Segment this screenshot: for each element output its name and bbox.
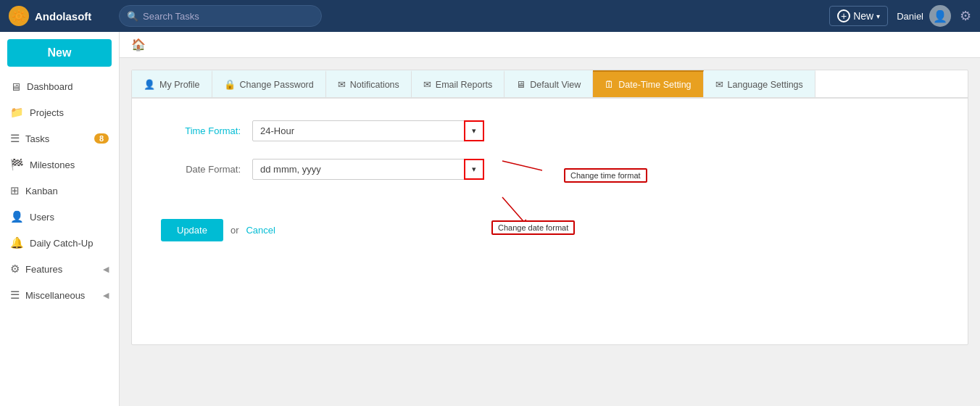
sidebar: New 🖥 Dashboard 📁 Projects ☰ Tasks 8 🏁 M… [0, 32, 120, 406]
sidebar-item-tasks[interactable]: ☰ Tasks 8 [0, 125, 119, 152]
form-section: Time Format: 24-Hour ▾ Date Format: dd m… [132, 99, 968, 270]
notif-tab-icon: ✉ [338, 79, 346, 90]
tabs-row: 👤 My Profile 🔒 Change Password ✉ Notific… [132, 70, 968, 99]
breadcrumb: 🏠 [120, 32, 980, 58]
sidebar-label: Kanban [25, 186, 58, 196]
chevron-icon: ◀ [103, 291, 109, 300]
bell-icon: 🔔 [10, 236, 24, 249]
view-tab-icon: 🖥 [516, 79, 526, 90]
search-icon: 🔍 [127, 11, 138, 22]
plus-circle-icon: + [837, 9, 850, 22]
password-tab-icon: 🔒 [224, 79, 236, 90]
sidebar-label: Dashboard [27, 81, 73, 92]
time-format-row: Time Format: 24-Hour ▾ [161, 120, 939, 141]
date-format-label: Date Format: [161, 164, 241, 175]
tab-label: Email Reports [436, 80, 493, 90]
sidebar-item-users[interactable]: 👤 Users [0, 204, 119, 230]
sidebar-label: Milestones [30, 160, 75, 170]
content-area: 🏠 👤 My Profile 🔒 Change Password ✉ [120, 32, 980, 406]
sidebar-item-miscellaneous[interactable]: ☰ Miscellaneous ◀ [0, 282, 119, 308]
tab-label: Change Password [240, 80, 314, 90]
topnav-new-label: New [853, 10, 873, 22]
projects-icon: 📁 [10, 106, 24, 119]
dashboard-icon: 🖥 [10, 80, 21, 93]
date-format-row: Date Format: dd mmm, yyyy ▾ [161, 159, 939, 180]
time-format-label: Time Format: [161, 125, 241, 136]
date-format-control: dd mmm, yyyy ▾ [252, 159, 484, 180]
btn-row: Update or Cancel [132, 219, 968, 241]
date-format-select[interactable]: dd mmm, yyyy [252, 159, 484, 180]
sidebar-item-projects[interactable]: 📁 Projects [0, 99, 119, 125]
search-bar[interactable]: 🔍 Search Tasks [119, 5, 322, 27]
tab-default-view[interactable]: 🖥 Default View [504, 70, 593, 97]
sidebar-label: Tasks [25, 133, 49, 144]
misc-icon: ☰ [10, 289, 20, 302]
nav-user: Daniel 👤 [897, 5, 951, 27]
date-format-dropdown-btn[interactable]: ▾ [464, 159, 484, 180]
update-button[interactable]: Update [161, 219, 223, 241]
sidebar-item-daily-catchup[interactable]: 🔔 Daily Catch-Up [0, 230, 119, 256]
chevron-icon: ◀ [103, 265, 109, 274]
features-icon: ⚙ [10, 262, 20, 276]
tab-label: Date-Time Setting [618, 80, 691, 90]
sidebar-label: Daily Catch-Up [30, 238, 93, 249]
profile-tab-icon: 👤 [144, 79, 155, 90]
datetime-tab-icon: 🗓 [605, 79, 614, 90]
sidebar-item-dashboard[interactable]: 🖥 Dashboard [0, 74, 119, 99]
top-nav: 🔆 Andolasoft 🔍 Search Tasks + New ▾ Dani… [0, 0, 980, 32]
tasks-icon: ☰ [10, 132, 20, 145]
tab-language-settings[interactable]: ✉ Language Settings [704, 70, 815, 97]
app-name: Andolasoft [35, 10, 91, 22]
home-icon: 🏠 [131, 38, 146, 51]
kanban-icon: ⊞ [10, 184, 20, 197]
tab-email-reports[interactable]: ✉ Email Reports [412, 70, 505, 97]
tab-my-profile[interactable]: 👤 My Profile [132, 70, 212, 97]
chevron-down-icon: ▾ [876, 12, 880, 20]
time-format-select[interactable]: 24-Hour [252, 120, 484, 141]
email-tab-icon: ✉ [423, 79, 431, 90]
panel-inner: 👤 My Profile 🔒 Change Password ✉ Notific… [131, 70, 968, 345]
content-panel: 👤 My Profile 🔒 Change Password ✉ Notific… [120, 58, 980, 406]
main-layout: New 🖥 Dashboard 📁 Projects ☰ Tasks 8 🏁 M… [0, 32, 980, 406]
sidebar-label: Projects [30, 107, 64, 118]
sidebar-item-milestones[interactable]: 🏁 Milestones [0, 152, 119, 178]
new-button[interactable]: New [7, 39, 112, 67]
user-name: Daniel [897, 11, 923, 22]
sidebar-item-features[interactable]: ⚙ Features ◀ [0, 256, 119, 282]
time-format-control: 24-Hour ▾ [252, 120, 484, 141]
logo-area: 🔆 Andolasoft [9, 6, 110, 26]
sidebar-label: Miscellaneous [25, 290, 85, 301]
cancel-button[interactable]: Cancel [246, 225, 275, 236]
tab-label: Language Settings [728, 80, 803, 90]
tab-label: My Profile [159, 80, 200, 90]
or-text: or [231, 225, 239, 236]
logo-icon: 🔆 [9, 6, 29, 26]
sidebar-item-kanban[interactable]: ⊞ Kanban [0, 178, 119, 204]
gear-icon[interactable]: ⚙ [960, 8, 971, 24]
tab-date-time-setting[interactable]: 🗓 Date-Time Setting [593, 70, 703, 97]
search-placeholder: Search Tasks [143, 11, 199, 22]
sidebar-label: Users [30, 212, 54, 223]
sidebar-label: Features [25, 264, 62, 275]
tab-label: Notifications [350, 80, 399, 90]
topnav-new-button[interactable]: + New ▾ [829, 6, 888, 26]
tab-notifications[interactable]: ✉ Notifications [326, 70, 412, 97]
avatar: 👤 [929, 5, 951, 27]
users-icon: 👤 [10, 210, 24, 223]
tasks-badge: 8 [94, 133, 109, 144]
tab-label: Default View [530, 80, 581, 90]
milestones-icon: 🏁 [10, 158, 24, 171]
tab-change-password[interactable]: 🔒 Change Password [212, 70, 326, 97]
lang-tab-icon: ✉ [715, 79, 723, 90]
time-format-dropdown-btn[interactable]: ▾ [464, 120, 484, 141]
